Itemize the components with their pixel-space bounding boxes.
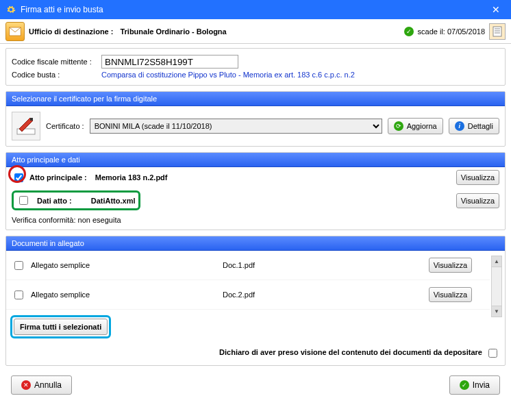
footer: ✕ Annulla ✓ Invia [5, 371, 506, 399]
expiry-text: scade il: 07/05/2018 [418, 27, 485, 36]
doc-checkbox[interactable] [14, 261, 23, 270]
envelope-icon [5, 22, 25, 41]
atto-label: Atto principale : [29, 173, 87, 182]
verifica-text: Verifica conformità: non eseguita [6, 213, 505, 230]
atto-value: Memoria 183 n.2.pdf [95, 173, 168, 182]
cf-input[interactable] [101, 55, 238, 69]
dest-label: Ufficio di destinazione : [29, 27, 113, 36]
dati-value: DatiAtto.xml [91, 197, 136, 205]
doc-checkbox[interactable] [14, 291, 23, 299]
check-icon: ✓ [404, 27, 414, 36]
header-bar: Ufficio di destinazione : Tribunale Ordi… [0, 19, 511, 44]
busta-label: Codice busta : [12, 71, 97, 79]
highlight-box-icon: Dati atto : DatiAtto.xml [12, 190, 140, 210]
send-button[interactable]: ✓ Invia [449, 375, 500, 395]
atti-panel: Atto principale e dati Atto principale :… [5, 152, 506, 230]
cert-panel: Selezionare il certificato per la firma … [5, 91, 506, 147]
titlebar: Firma atti e invio busta ✕ [0, 0, 511, 19]
cert-label: Certificato : [46, 122, 84, 130]
svg-rect-1 [493, 27, 501, 36]
dati-visualizza-button[interactable]: Visualizza [456, 193, 499, 208]
scroll-up-icon[interactable]: ▲ [492, 256, 501, 267]
highlight-box-sign: Firma tutti i selezionati [10, 315, 111, 338]
scroll-down-icon[interactable]: ▼ [492, 306, 501, 317]
cf-label: Codice fiscale mittente : [12, 58, 97, 66]
atti-section-title: Atto principale e dati [6, 153, 505, 167]
refresh-button[interactable]: ⟳ Aggiorna [388, 118, 443, 134]
cancel-icon: ✕ [21, 380, 31, 390]
scrollbar[interactable]: ▲ ▼ [491, 256, 502, 317]
refresh-icon: ⟳ [394, 121, 403, 131]
doc-visualizza-button[interactable]: Visualizza [429, 287, 472, 302]
signature-icon [12, 112, 40, 140]
dest-value: Tribunale Ordinario - Bologna [120, 27, 226, 36]
ok-icon: ✓ [460, 380, 469, 390]
doc-type: Allegato semplice [31, 261, 223, 269]
mittente-panel: Codice fiscale mittente : Codice busta :… [5, 48, 506, 86]
cancel-button[interactable]: ✕ Annulla [11, 375, 72, 395]
dati-atto-row: Dati atto : DatiAtto.xml Visualizza [6, 188, 505, 213]
doc-type: Allegato semplice [31, 291, 223, 299]
declare-checkbox[interactable] [488, 349, 497, 358]
sign-all-button[interactable]: Firma tutti i selezionati [14, 319, 108, 335]
declare-row: Dichiaro di aver preso visione del conte… [6, 343, 505, 365]
info-icon: i [455, 121, 464, 131]
cert-section-title: Selezionare il certificato per la firma … [6, 92, 505, 106]
table-row: Allegato semplice Doc.1.pdf Visualizza [6, 251, 490, 280]
docs-panel: Documenti in allegato ▲ ▼ Allegato sempl… [5, 236, 506, 366]
doc-visualizza-button[interactable]: Visualizza [429, 258, 472, 273]
doc-name: Doc.2.pdf [223, 291, 360, 299]
docs-section-title: Documenti in allegato [6, 236, 505, 251]
window-title: Firma atti e invio busta [21, 5, 103, 14]
atto-visualizza-button[interactable]: Visualizza [456, 170, 499, 185]
document-icon[interactable] [489, 23, 506, 40]
svg-rect-6 [30, 118, 33, 121]
atto-checkbox[interactable] [14, 173, 23, 182]
doc-name: Doc.1.pdf [223, 261, 360, 269]
atto-principale-row: Atto principale : Memoria 183 n.2.pdf Vi… [6, 167, 505, 188]
table-row: Allegato semplice Doc.2.pdf Visualizza [6, 280, 490, 310]
details-button[interactable]: i Dettagli [449, 118, 499, 134]
cert-select[interactable]: BONINI MILA (scade il 11/10/2018) [90, 119, 382, 134]
gear-icon [5, 4, 16, 15]
declare-text: Dichiaro di aver preso visione del conte… [219, 348, 482, 356]
dati-checkbox[interactable] [19, 196, 28, 205]
close-button[interactable]: ✕ [486, 0, 506, 19]
busta-value: Comparsa di costituzione Pippo vs Pluto … [101, 71, 355, 79]
dati-label: Dati atto : [37, 197, 72, 205]
